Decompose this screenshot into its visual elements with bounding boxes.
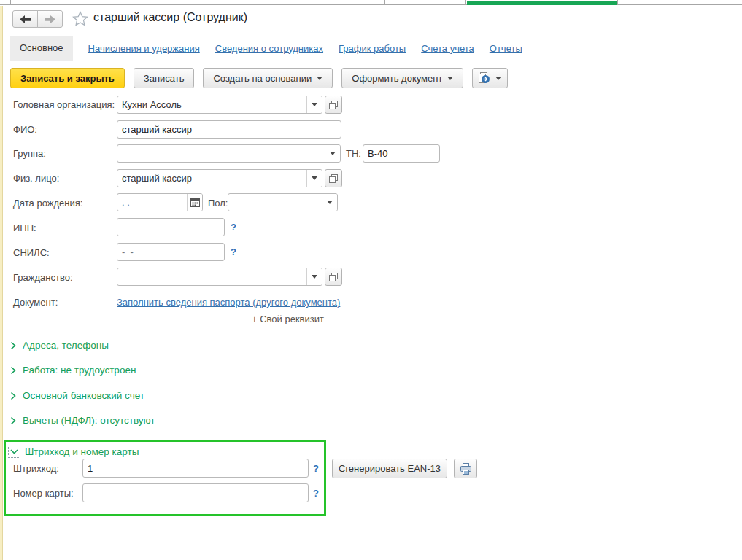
snils-input[interactable]	[117, 243, 225, 261]
open-icon	[329, 174, 338, 183]
section-work[interactable]: Работа: не трудоустроен	[10, 365, 136, 376]
barcode-help-link[interactable]: ?	[313, 463, 319, 474]
barcode-label: Штрихкод:	[13, 463, 59, 474]
inn-input[interactable]	[117, 218, 225, 236]
chevron-down-icon	[447, 77, 453, 80]
left-panel-edge	[0, 6, 3, 560]
history-nav	[12, 10, 63, 28]
chevron-down-icon	[312, 103, 317, 106]
generate-ean13-button[interactable]: Сгенерировать EAN-13	[332, 459, 447, 478]
group-value	[117, 145, 325, 162]
person-open-button[interactable]	[325, 169, 342, 187]
chevron-down-icon	[317, 77, 322, 80]
generate-ean13-label: Сгенерировать EAN-13	[339, 463, 441, 474]
tn-input[interactable]	[363, 144, 440, 163]
section-addresses[interactable]: Адреса, телефоны	[10, 340, 109, 351]
save-label: Записать	[144, 73, 185, 84]
form-tabs: Основное Начисления и удержания Сведения…	[10, 36, 522, 61]
chevron-right-icon	[10, 416, 16, 425]
birth-date-label: Дата рождения:	[13, 198, 82, 209]
card-number-input[interactable]	[82, 483, 309, 502]
save-and-close-label: Записать и закрыть	[20, 73, 115, 84]
chevron-down-icon	[495, 77, 501, 80]
back-arrow-icon	[20, 15, 31, 23]
document-import-icon	[479, 72, 490, 84]
inn-help-link[interactable]: ?	[231, 222, 236, 233]
card-number-label: Номер карты:	[13, 488, 74, 499]
barcode-section-title[interactable]: Штрихкод и номер карты	[25, 446, 139, 457]
citizenship-dropdown-button[interactable]	[306, 268, 322, 285]
section-bank-account-title: Основной банковский счет	[23, 390, 144, 401]
snils-help-link[interactable]: ?	[231, 246, 236, 257]
add-custom-attribute-link[interactable]: + Свой реквизит	[252, 314, 324, 324]
fio-label: ФИО:	[13, 124, 37, 135]
gender-value	[228, 194, 322, 211]
org-label: Головная организация:	[13, 99, 115, 110]
snils-label: СНИЛС:	[13, 247, 50, 258]
org-open-button[interactable]	[325, 96, 342, 114]
tab-strip-divider	[384, 0, 385, 5]
birth-date-input[interactable]: . .	[117, 193, 203, 211]
citizenship-label: Гражданство:	[13, 272, 73, 283]
fio-input[interactable]	[117, 120, 341, 139]
chevron-down-icon	[312, 275, 317, 279]
page-title: старший кассир (Сотрудник)	[93, 11, 247, 24]
card-number-help-link[interactable]: ?	[313, 488, 319, 499]
calendar-button[interactable]	[187, 194, 202, 211]
open-icon	[329, 273, 338, 281]
chevron-right-icon	[10, 341, 16, 350]
fill-passport-link[interactable]: Заполнить сведения паспорта (другого док…	[117, 297, 340, 308]
print-button[interactable]	[454, 459, 477, 478]
back-button[interactable]	[12, 10, 38, 28]
tab-osnovnoe[interactable]: Основное	[10, 36, 73, 61]
chevron-down-icon	[327, 201, 333, 204]
org-dropdown-button[interactable]	[306, 96, 322, 113]
tab-strip-divider	[10, 0, 11, 5]
citizenship-value	[117, 268, 306, 285]
org-value: Кухни Ассоль	[117, 96, 306, 113]
load-data-button[interactable]	[472, 68, 508, 88]
citizenship-combo[interactable]	[117, 268, 322, 286]
tab-grafik[interactable]: График работы	[339, 43, 406, 54]
gender-combo[interactable]	[228, 193, 338, 211]
active-window-tab-indicator[interactable]	[467, 1, 617, 5]
section-work-title: Работа: не трудоустроен	[23, 365, 136, 376]
section-deductions[interactable]: Вычеты (НДФЛ): отсутствуют	[10, 415, 155, 426]
tab-nachisleniya[interactable]: Начисления и удержания	[88, 43, 200, 54]
tab-strip-divider	[465, 0, 466, 5]
save-button[interactable]: Записать	[134, 68, 195, 88]
person-value: старший кассир	[117, 170, 306, 187]
gender-dropdown-button[interactable]	[322, 194, 337, 211]
barcode-section-collapse-button[interactable]	[8, 446, 20, 458]
chevron-down-icon	[312, 176, 317, 180]
birth-date-value: . .	[117, 194, 187, 211]
section-bank-account[interactable]: Основной банковский счет	[10, 390, 144, 401]
issue-document-button[interactable]: Оформить документ	[341, 68, 463, 88]
create-based-on-button[interactable]: Создать на основании	[203, 68, 333, 88]
forward-arrow-icon	[45, 15, 55, 23]
tab-otchety[interactable]: Отчеты	[490, 43, 522, 54]
window-tab-strip	[0, 0, 742, 5]
group-combo[interactable]	[117, 144, 341, 163]
calendar-icon	[190, 198, 200, 207]
tab-scheta[interactable]: Счета учета	[421, 43, 474, 54]
citizenship-open-button[interactable]	[325, 268, 342, 286]
section-addresses-title: Адреса, телефоны	[23, 340, 109, 351]
chevron-down-icon	[10, 449, 18, 454]
inn-label: ИНН:	[13, 222, 36, 233]
tab-strip-divider	[617, 0, 618, 5]
barcode-input[interactable]	[82, 459, 309, 478]
person-label: Физ. лицо:	[13, 173, 59, 184]
chevron-right-icon	[10, 366, 16, 375]
group-dropdown-button[interactable]	[325, 145, 340, 162]
favorite-star-icon[interactable]	[72, 11, 88, 28]
person-combo[interactable]: старший кассир	[117, 169, 322, 187]
forward-button[interactable]	[37, 10, 63, 28]
person-dropdown-button[interactable]	[306, 170, 322, 187]
create-based-on-label: Создать на основании	[213, 73, 312, 84]
org-combo[interactable]: Кухни Ассоль	[117, 96, 322, 114]
tab-svedeniya[interactable]: Сведения о сотрудниках	[215, 43, 323, 54]
chevron-down-icon	[330, 152, 336, 155]
toolbar: Записать и закрыть Записать Создать на о…	[10, 68, 508, 88]
save-and-close-button[interactable]: Записать и закрыть	[10, 68, 125, 88]
